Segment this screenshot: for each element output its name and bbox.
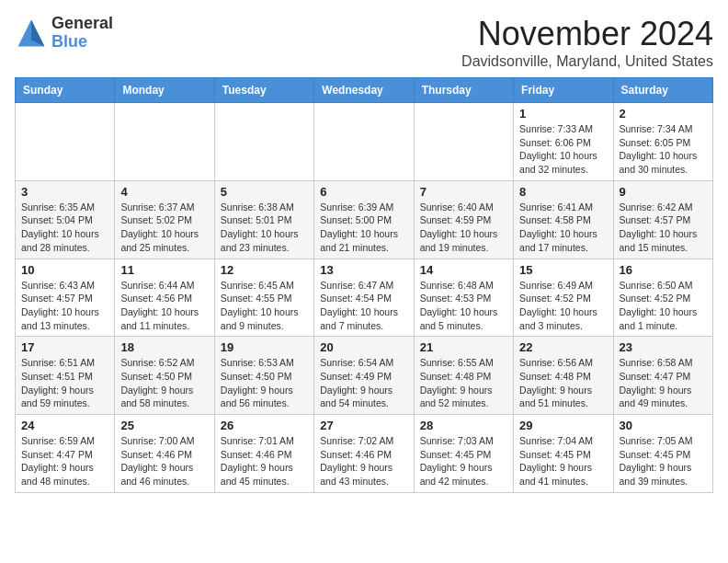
day-number: 19 <box>221 340 308 354</box>
calendar-cell: 26Sunrise: 7:01 AMSunset: 4:46 PMDayligh… <box>214 415 313 493</box>
calendar-table: SundayMondayTuesdayWednesdayThursdayFrid… <box>15 77 713 493</box>
day-info: Sunrise: 6:38 AMSunset: 5:01 PMDaylight:… <box>221 201 308 255</box>
calendar-cell: 20Sunrise: 6:54 AMSunset: 4:49 PMDayligh… <box>314 337 414 415</box>
calendar-cell: 10Sunrise: 6:43 AMSunset: 4:57 PMDayligh… <box>16 259 115 337</box>
day-info: Sunrise: 6:49 AMSunset: 4:52 PMDaylight:… <box>519 279 607 333</box>
day-info: Sunrise: 7:33 AMSunset: 6:06 PMDaylight:… <box>519 122 607 177</box>
calendar-cell: 1Sunrise: 7:33 AMSunset: 6:06 PMDaylight… <box>514 103 613 181</box>
calendar-cell: 22Sunrise: 6:56 AMSunset: 4:48 PMDayligh… <box>514 337 613 415</box>
day-number: 5 <box>221 185 308 199</box>
day-info: Sunrise: 7:03 AMSunset: 4:45 PMDaylight:… <box>420 434 507 488</box>
day-number: 18 <box>120 340 208 354</box>
calendar-cell: 16Sunrise: 6:50 AMSunset: 4:52 PMDayligh… <box>613 259 712 337</box>
calendar-cell: 12Sunrise: 6:45 AMSunset: 4:55 PMDayligh… <box>214 259 313 337</box>
day-number: 6 <box>320 185 407 199</box>
calendar-cell: 17Sunrise: 6:51 AMSunset: 4:51 PMDayligh… <box>16 337 115 415</box>
day-header-thursday: Thursday <box>414 78 513 103</box>
day-number: 11 <box>120 263 208 277</box>
calendar-cell: 2Sunrise: 7:34 AMSunset: 6:05 PMDaylight… <box>613 103 712 181</box>
day-header-wednesday: Wednesday <box>314 78 414 103</box>
calendar-cell: 27Sunrise: 7:02 AMSunset: 4:46 PMDayligh… <box>314 415 414 493</box>
day-number: 8 <box>519 185 607 199</box>
day-info: Sunrise: 6:47 AMSunset: 4:54 PMDaylight:… <box>320 279 407 333</box>
month-title: November 2024 <box>461 15 713 53</box>
calendar-cell: 4Sunrise: 6:37 AMSunset: 5:02 PMDaylight… <box>115 180 214 259</box>
day-number: 21 <box>420 340 507 354</box>
day-info: Sunrise: 6:44 AMSunset: 4:56 PMDaylight:… <box>120 279 208 333</box>
calendar-cell: 15Sunrise: 6:49 AMSunset: 4:52 PMDayligh… <box>514 259 613 337</box>
calendar-cell: 14Sunrise: 6:48 AMSunset: 4:53 PMDayligh… <box>414 259 513 337</box>
day-number: 26 <box>221 419 308 432</box>
day-info: Sunrise: 7:05 AMSunset: 4:45 PMDaylight:… <box>620 434 707 488</box>
location-subtitle: Davidsonville, Maryland, United States <box>461 53 713 70</box>
calendar-cell: 13Sunrise: 6:47 AMSunset: 4:54 PMDayligh… <box>314 259 414 337</box>
day-number: 29 <box>519 419 607 432</box>
calendar-cell: 6Sunrise: 6:39 AMSunset: 5:00 PMDaylight… <box>314 180 414 259</box>
calendar-cell: 21Sunrise: 6:55 AMSunset: 4:48 PMDayligh… <box>414 337 513 415</box>
day-number: 1 <box>519 107 607 121</box>
day-number: 2 <box>620 107 707 121</box>
day-info: Sunrise: 6:48 AMSunset: 4:53 PMDaylight:… <box>420 279 507 333</box>
day-info: Sunrise: 6:55 AMSunset: 4:48 PMDaylight:… <box>420 356 507 410</box>
day-number: 22 <box>519 340 607 354</box>
day-info: Sunrise: 6:52 AMSunset: 4:50 PMDaylight:… <box>120 356 208 410</box>
day-header-saturday: Saturday <box>613 78 712 103</box>
day-header-tuesday: Tuesday <box>214 78 313 103</box>
day-info: Sunrise: 6:39 AMSunset: 5:00 PMDaylight:… <box>320 201 407 255</box>
calendar-cell: 30Sunrise: 7:05 AMSunset: 4:45 PMDayligh… <box>613 415 712 493</box>
day-number: 3 <box>21 185 108 199</box>
day-info: Sunrise: 6:54 AMSunset: 4:49 PMDaylight:… <box>320 356 407 410</box>
day-info: Sunrise: 7:34 AMSunset: 6:05 PMDaylight:… <box>620 122 707 177</box>
title-area: November 2024 Davidsonville, Maryland, U… <box>461 15 713 70</box>
logo: General Blue <box>15 15 113 52</box>
calendar-cell <box>115 103 214 181</box>
day-info: Sunrise: 7:01 AMSunset: 4:46 PMDaylight:… <box>221 434 308 488</box>
calendar-cell <box>414 103 513 181</box>
calendar-cell: 11Sunrise: 6:44 AMSunset: 4:56 PMDayligh… <box>115 259 214 337</box>
day-header-friday: Friday <box>514 78 613 103</box>
day-number: 28 <box>420 419 507 432</box>
day-number: 27 <box>320 419 407 432</box>
calendar-cell: 29Sunrise: 7:04 AMSunset: 4:45 PMDayligh… <box>514 415 613 493</box>
calendar-cell: 18Sunrise: 6:52 AMSunset: 4:50 PMDayligh… <box>115 337 214 415</box>
day-number: 13 <box>320 263 407 277</box>
day-number: 7 <box>420 185 507 199</box>
day-info: Sunrise: 6:50 AMSunset: 4:52 PMDaylight:… <box>620 279 707 333</box>
day-number: 14 <box>420 263 507 277</box>
day-number: 15 <box>519 263 607 277</box>
day-info: Sunrise: 6:59 AMSunset: 4:47 PMDaylight:… <box>21 434 108 488</box>
day-number: 20 <box>320 340 407 354</box>
day-number: 25 <box>120 419 208 432</box>
calendar-cell: 25Sunrise: 7:00 AMSunset: 4:46 PMDayligh… <box>115 415 214 493</box>
day-info: Sunrise: 6:45 AMSunset: 4:55 PMDaylight:… <box>221 279 308 333</box>
day-info: Sunrise: 6:51 AMSunset: 4:51 PMDaylight:… <box>21 356 108 410</box>
calendar-cell: 3Sunrise: 6:35 AMSunset: 5:04 PMDaylight… <box>16 180 115 259</box>
day-number: 30 <box>620 419 707 432</box>
day-number: 17 <box>21 340 108 354</box>
calendar-cell: 28Sunrise: 7:03 AMSunset: 4:45 PMDayligh… <box>414 415 513 493</box>
day-info: Sunrise: 7:02 AMSunset: 4:46 PMDaylight:… <box>320 434 407 488</box>
page-header: General Blue November 2024 Davidsonville… <box>15 15 713 70</box>
calendar-cell: 8Sunrise: 6:41 AMSunset: 4:58 PMDaylight… <box>514 180 613 259</box>
day-info: Sunrise: 6:53 AMSunset: 4:50 PMDaylight:… <box>221 356 308 410</box>
logo-icon <box>15 17 48 50</box>
calendar-cell: 7Sunrise: 6:40 AMSunset: 4:59 PMDaylight… <box>414 180 513 259</box>
calendar-cell <box>214 103 313 181</box>
day-number: 10 <box>21 263 108 277</box>
day-number: 16 <box>620 263 707 277</box>
day-header-monday: Monday <box>115 78 214 103</box>
calendar-cell: 19Sunrise: 6:53 AMSunset: 4:50 PMDayligh… <box>214 337 313 415</box>
day-info: Sunrise: 6:37 AMSunset: 5:02 PMDaylight:… <box>120 201 208 255</box>
day-info: Sunrise: 6:40 AMSunset: 4:59 PMDaylight:… <box>420 201 507 255</box>
day-number: 24 <box>21 419 108 432</box>
day-number: 12 <box>221 263 308 277</box>
logo-general-text: General <box>51 15 113 33</box>
day-number: 23 <box>620 340 707 354</box>
day-info: Sunrise: 6:42 AMSunset: 4:57 PMDaylight:… <box>620 201 707 255</box>
day-info: Sunrise: 7:00 AMSunset: 4:46 PMDaylight:… <box>120 434 208 488</box>
calendar-cell: 5Sunrise: 6:38 AMSunset: 5:01 PMDaylight… <box>214 180 313 259</box>
day-info: Sunrise: 6:58 AMSunset: 4:47 PMDaylight:… <box>620 356 707 410</box>
calendar-cell <box>16 103 115 181</box>
day-info: Sunrise: 6:43 AMSunset: 4:57 PMDaylight:… <box>21 279 108 333</box>
day-info: Sunrise: 6:41 AMSunset: 4:58 PMDaylight:… <box>519 201 607 255</box>
